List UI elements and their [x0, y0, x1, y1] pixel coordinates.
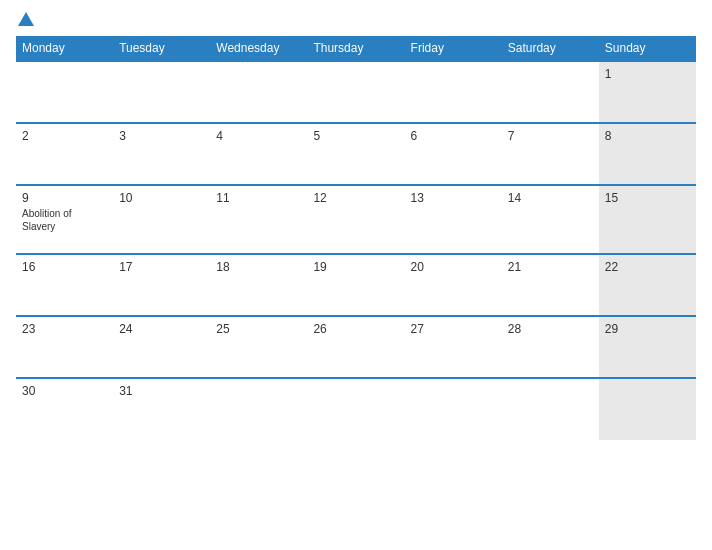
calendar-cell — [502, 61, 599, 123]
calendar-cell — [210, 61, 307, 123]
day-number: 19 — [313, 260, 398, 274]
day-header-wednesday: Wednesday — [210, 36, 307, 61]
day-number: 15 — [605, 191, 690, 205]
day-number: 26 — [313, 322, 398, 336]
calendar-cell: 25 — [210, 316, 307, 378]
day-number: 17 — [119, 260, 204, 274]
day-number: 21 — [508, 260, 593, 274]
calendar-cell: 23 — [16, 316, 113, 378]
day-number: 8 — [605, 129, 690, 143]
day-number: 16 — [22, 260, 107, 274]
calendar-cell — [16, 61, 113, 123]
calendar-cell: 11 — [210, 185, 307, 254]
calendar-cell: 15 — [599, 185, 696, 254]
calendar-cell: 10 — [113, 185, 210, 254]
calendar-cell: 27 — [405, 316, 502, 378]
logo — [16, 12, 34, 28]
calendar-cell — [113, 61, 210, 123]
calendar-cell: 17 — [113, 254, 210, 316]
calendar-cell: 5 — [307, 123, 404, 185]
calendar-cell: 2 — [16, 123, 113, 185]
calendar-cell: 30 — [16, 378, 113, 440]
calendar-cell — [405, 378, 502, 440]
calendar-cell: 31 — [113, 378, 210, 440]
day-number: 12 — [313, 191, 398, 205]
calendar-cell: 3 — [113, 123, 210, 185]
day-header-monday: Monday — [16, 36, 113, 61]
day-number: 3 — [119, 129, 204, 143]
calendar-week-5: 23242526272829 — [16, 316, 696, 378]
calendar-header — [16, 12, 696, 28]
calendar-week-1: 1 — [16, 61, 696, 123]
day-number: 27 — [411, 322, 496, 336]
calendar-week-3: 9Abolition of Slavery101112131415 — [16, 185, 696, 254]
calendar-cell: 7 — [502, 123, 599, 185]
calendar-cell: 8 — [599, 123, 696, 185]
calendar-cell: 18 — [210, 254, 307, 316]
calendar-cell: 13 — [405, 185, 502, 254]
day-number: 11 — [216, 191, 301, 205]
day-number: 30 — [22, 384, 107, 398]
day-header-thursday: Thursday — [307, 36, 404, 61]
day-header-friday: Friday — [405, 36, 502, 61]
day-number: 22 — [605, 260, 690, 274]
calendar-cell: 20 — [405, 254, 502, 316]
logo-triangle-icon — [18, 12, 34, 26]
day-number: 28 — [508, 322, 593, 336]
day-number: 31 — [119, 384, 204, 398]
calendar-cell: 4 — [210, 123, 307, 185]
day-number: 14 — [508, 191, 593, 205]
calendar-cell: 21 — [502, 254, 599, 316]
calendar-cell: 24 — [113, 316, 210, 378]
calendar-cell — [307, 378, 404, 440]
calendar-cell: 26 — [307, 316, 404, 378]
calendar-cell: 6 — [405, 123, 502, 185]
day-number: 5 — [313, 129, 398, 143]
day-number: 23 — [22, 322, 107, 336]
day-number: 13 — [411, 191, 496, 205]
calendar-cell — [307, 61, 404, 123]
day-number: 29 — [605, 322, 690, 336]
calendar-cell: 14 — [502, 185, 599, 254]
day-number: 7 — [508, 129, 593, 143]
calendar-event: Abolition of Slavery — [22, 207, 107, 233]
calendar-cell — [599, 378, 696, 440]
calendar-cell — [502, 378, 599, 440]
calendar-week-6: 3031 — [16, 378, 696, 440]
calendar-cell: 19 — [307, 254, 404, 316]
day-number: 1 — [605, 67, 690, 81]
calendar-cell — [210, 378, 307, 440]
day-number: 2 — [22, 129, 107, 143]
calendar-week-2: 2345678 — [16, 123, 696, 185]
day-number: 9 — [22, 191, 107, 205]
calendar-cell: 16 — [16, 254, 113, 316]
calendar-cell: 1 — [599, 61, 696, 123]
day-number: 6 — [411, 129, 496, 143]
calendar-week-4: 16171819202122 — [16, 254, 696, 316]
calendar-cell: 22 — [599, 254, 696, 316]
days-of-week-row: MondayTuesdayWednesdayThursdayFridaySatu… — [16, 36, 696, 61]
day-number: 18 — [216, 260, 301, 274]
calendar-cell: 12 — [307, 185, 404, 254]
day-number: 20 — [411, 260, 496, 274]
day-header-saturday: Saturday — [502, 36, 599, 61]
day-number: 25 — [216, 322, 301, 336]
day-header-tuesday: Tuesday — [113, 36, 210, 61]
day-number: 4 — [216, 129, 301, 143]
calendar-cell: 9Abolition of Slavery — [16, 185, 113, 254]
calendar-cell — [405, 61, 502, 123]
calendar-cell: 28 — [502, 316, 599, 378]
day-header-sunday: Sunday — [599, 36, 696, 61]
day-number: 24 — [119, 322, 204, 336]
calendar-cell: 29 — [599, 316, 696, 378]
calendar-page: MondayTuesdayWednesdayThursdayFridaySatu… — [0, 0, 712, 550]
calendar-table: MondayTuesdayWednesdayThursdayFridaySatu… — [16, 36, 696, 440]
day-number: 10 — [119, 191, 204, 205]
